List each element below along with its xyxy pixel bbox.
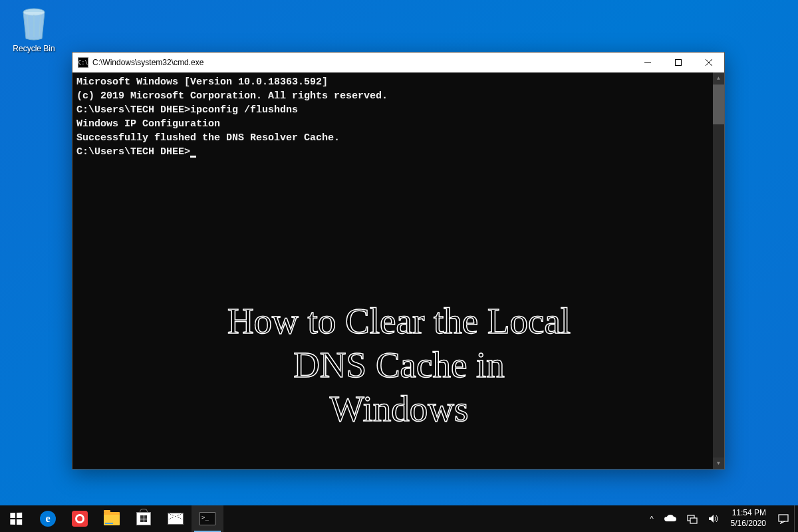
taskbar-app-mail[interactable] [160, 505, 192, 532]
cmd-titlebar[interactable]: C:\ C:\Windows\system32\cmd.exe [72, 53, 724, 72]
cmd-output-line: (c) 2019 Microsoft Corporation. All righ… [76, 89, 720, 103]
maximize-button[interactable] [663, 53, 694, 72]
mail-icon [168, 513, 184, 525]
scroll-down-icon[interactable]: ▼ [713, 458, 724, 469]
taskbar-app-cmd[interactable]: >_ [192, 505, 223, 532]
speaker-icon [708, 513, 719, 524]
taskbar-app-store[interactable] [128, 505, 160, 532]
tray-onedrive[interactable] [659, 505, 682, 532]
notification-icon [778, 513, 789, 524]
cmd-title: C:\Windows\system32\cmd.exe [92, 58, 632, 67]
cmd-window-icon: C:\ [78, 57, 88, 68]
store-icon [136, 512, 151, 525]
close-button[interactable] [694, 53, 724, 72]
tray-volume[interactable] [703, 505, 724, 532]
taskbar-spacer [223, 505, 644, 532]
cmd-output-line: Successfully flushed the DNS Resolver Ca… [76, 131, 720, 145]
cloud-icon [664, 515, 676, 523]
taskbar-app-edge[interactable]: e [32, 505, 64, 532]
svg-rect-6 [690, 518, 697, 523]
cmd-body[interactable]: Microsoft Windows [Version 10.0.18363.59… [72, 72, 724, 469]
cmd-output-line: Windows IP Configuration [76, 117, 720, 131]
recycle-bin-label: Recycle Bin [10, 44, 58, 53]
windows-logo-icon [10, 513, 22, 525]
taskbar-clock[interactable]: 11:54 PM 5/16/2020 [724, 508, 773, 529]
tray-notifications[interactable] [773, 505, 794, 532]
cmd-icon: >_ [200, 512, 215, 525]
cmd-window[interactable]: C:\ C:\Windows\system32\cmd.exe Microsof… [72, 52, 725, 469]
tray-network[interactable] [682, 505, 703, 532]
scroll-up-icon[interactable]: ▲ [713, 72, 724, 84]
folder-icon [104, 512, 120, 525]
recycle-bin-icon [19, 7, 49, 41]
cmd-output-line: Microsoft Windows [Version 10.0.18363.59… [76, 75, 720, 89]
clock-time: 11:54 PM [732, 508, 766, 519]
cmd-output-line: C:\Users\TECH DHEE>ipconfig /flushdns [76, 103, 720, 117]
cmd-prompt-line: C:\Users\TECH DHEE> [76, 145, 720, 159]
taskbar-app-file-explorer[interactable] [96, 505, 128, 532]
minimize-button[interactable] [632, 53, 663, 72]
show-desktop-button[interactable] [794, 505, 798, 532]
tray-overflow-button[interactable]: ^ [644, 505, 658, 532]
clock-date: 5/16/2020 [731, 519, 766, 529]
start-button[interactable] [0, 505, 32, 532]
taskbar: e >_ ^ 11:54 PM 5/ [0, 505, 798, 532]
recycle-bin[interactable]: Recycle Bin [10, 7, 58, 53]
cmd-scrollbar[interactable]: ▲ ▼ [713, 72, 724, 469]
svg-rect-7 [779, 515, 788, 521]
taskbar-app-vivaldi[interactable] [64, 505, 96, 532]
svg-rect-2 [676, 60, 682, 66]
chevron-up-icon: ^ [650, 515, 653, 523]
network-icon [687, 513, 698, 524]
vivaldi-icon [72, 511, 88, 527]
cursor-icon [190, 156, 196, 158]
scrollbar-thumb[interactable] [713, 84, 724, 124]
edge-icon: e [40, 511, 56, 527]
